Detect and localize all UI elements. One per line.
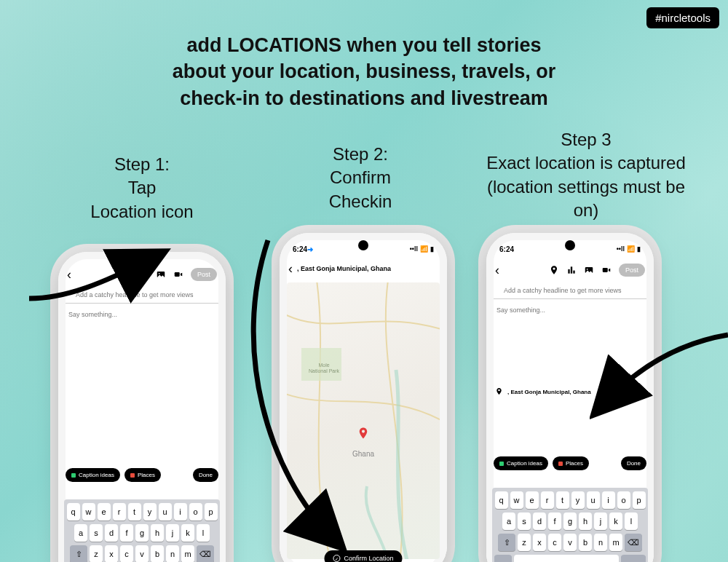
map-view[interactable]: Mole National Park Ghana: [287, 282, 440, 559]
done-chip[interactable]: Done: [621, 456, 646, 470]
key-x[interactable]: x: [105, 545, 118, 562]
key-g[interactable]: g: [563, 512, 577, 530]
key-z[interactable]: z: [518, 534, 531, 551]
key-b[interactable]: b: [151, 545, 164, 562]
step-1-label: Step 1: Tap Location icon: [62, 153, 222, 223]
key-c[interactable]: c: [548, 534, 561, 551]
key-m[interactable]: m: [609, 534, 622, 551]
key-q[interactable]: q: [495, 491, 508, 509]
back-button[interactable]: ‹: [495, 263, 499, 278]
key-y[interactable]: y: [143, 503, 157, 521]
shift-key[interactable]: ⇧: [498, 534, 515, 551]
key-t[interactable]: t: [128, 503, 141, 521]
poll-icon[interactable]: [566, 265, 577, 275]
key-c[interactable]: c: [120, 545, 133, 562]
key-v[interactable]: v: [563, 534, 577, 551]
key-a[interactable]: a: [74, 524, 87, 542]
remove-location-button[interactable]: ✕: [638, 387, 645, 397]
post-button[interactable]: Post: [191, 268, 217, 281]
headline-input[interactable]: Add a catchy headline to get more views: [494, 281, 646, 299]
key-k[interactable]: k: [181, 524, 194, 542]
key-n[interactable]: n: [594, 534, 607, 551]
post-button[interactable]: Post: [619, 264, 645, 277]
back-button[interactable]: ‹: [67, 267, 71, 282]
key-j[interactable]: j: [166, 524, 179, 542]
key-t[interactable]: t: [556, 491, 569, 509]
key-h[interactable]: h: [151, 524, 164, 542]
caption-ideas-chip[interactable]: Caption ideas: [494, 456, 548, 470]
keyboard-row-3: ⇧ zxcvbnm ⌫: [494, 534, 646, 551]
key-m[interactable]: m: [181, 545, 194, 562]
caption-ideas-chip[interactable]: Caption ideas: [66, 468, 120, 482]
step-2-label: Step 2: Confirm Checkin: [298, 143, 422, 213]
key-v[interactable]: v: [135, 545, 149, 562]
key-r[interactable]: r: [541, 491, 554, 509]
key-d[interactable]: d: [105, 524, 118, 542]
back-button[interactable]: ‹: [288, 261, 293, 277]
key-b[interactable]: b: [579, 534, 592, 551]
key-l[interactable]: l: [625, 512, 638, 530]
backspace-key[interactable]: ⌫: [197, 545, 214, 562]
location-search-text[interactable]: , East Gonja Municipal, Ghana: [297, 265, 391, 272]
location-pin-icon: [495, 387, 503, 397]
key-s[interactable]: s: [518, 512, 531, 530]
return-key[interactable]: return: [621, 555, 646, 562]
key-f[interactable]: f: [548, 512, 561, 530]
key-w[interactable]: w: [82, 503, 95, 521]
keyboard[interactable]: qwertyuiop asdfghjkl ⇧ zxcvbnm ⌫ 123 spa…: [64, 499, 220, 562]
key-x[interactable]: x: [533, 534, 546, 551]
backspace-key[interactable]: ⌫: [625, 534, 642, 551]
key-q[interactable]: q: [67, 503, 80, 521]
places-chip[interactable]: Places: [124, 468, 161, 482]
key-u[interactable]: u: [587, 491, 600, 509]
location-icon[interactable]: [549, 265, 559, 275]
key-z[interactable]: z: [90, 545, 103, 562]
numbers-key[interactable]: 123: [494, 555, 512, 562]
selected-location-row: , East Gonja Municipal, Ghana ✕: [486, 382, 654, 401]
key-u[interactable]: u: [159, 503, 172, 521]
svg-point-11: [587, 269, 588, 270]
places-chip[interactable]: Places: [553, 456, 589, 470]
location-icon[interactable]: [121, 269, 131, 280]
key-f[interactable]: f: [120, 524, 133, 542]
image-icon[interactable]: [156, 269, 166, 280]
image-icon[interactable]: [584, 265, 594, 275]
key-r[interactable]: r: [113, 503, 126, 521]
key-g[interactable]: g: [135, 524, 149, 542]
body-input[interactable]: Say something...: [58, 304, 226, 325]
key-l[interactable]: l: [197, 524, 210, 542]
key-o[interactable]: o: [617, 491, 630, 509]
video-icon[interactable]: [601, 265, 612, 275]
key-i[interactable]: i: [602, 491, 615, 509]
key-e[interactable]: e: [98, 503, 111, 521]
poll-icon[interactable]: [138, 269, 149, 280]
map-park-label: Mole National Park: [309, 363, 339, 373]
shift-key[interactable]: ⇧: [70, 545, 87, 562]
keyboard[interactable]: qwertyuiop asdfghjkl ⇧ zxcvbnm ⌫ 123 spa…: [492, 488, 648, 562]
key-p[interactable]: p: [633, 491, 646, 509]
key-h[interactable]: h: [579, 512, 592, 530]
key-o[interactable]: o: [189, 503, 202, 521]
body-input[interactable]: Say something...: [486, 299, 654, 321]
space-key[interactable]: space: [514, 555, 619, 562]
confirm-location-button[interactable]: ✓ Confirm Location: [324, 550, 402, 562]
done-chip[interactable]: Done: [193, 468, 218, 482]
key-w[interactable]: w: [510, 491, 523, 509]
key-s[interactable]: s: [90, 524, 103, 542]
key-k[interactable]: k: [609, 512, 622, 530]
svg-point-4: [159, 273, 160, 274]
phone-notch: [137, 259, 147, 269]
video-icon[interactable]: [173, 269, 183, 280]
key-i[interactable]: i: [174, 503, 187, 521]
key-j[interactable]: j: [594, 512, 607, 530]
svg-rect-5: [175, 272, 180, 277]
key-d[interactable]: d: [533, 512, 546, 530]
key-e[interactable]: e: [526, 491, 539, 509]
key-n[interactable]: n: [166, 545, 179, 562]
selected-location-text: , East Gonja Municipal, Ghana: [507, 389, 633, 395]
key-y[interactable]: y: [571, 491, 585, 509]
key-a[interactable]: a: [502, 512, 515, 530]
key-p[interactable]: p: [205, 503, 218, 521]
headline-input[interactable]: Add a catchy headline to get more views: [66, 285, 218, 304]
phone-step3: 6:24 ••ll📶▮ ‹ Post Add a catchy headline…: [486, 233, 654, 562]
